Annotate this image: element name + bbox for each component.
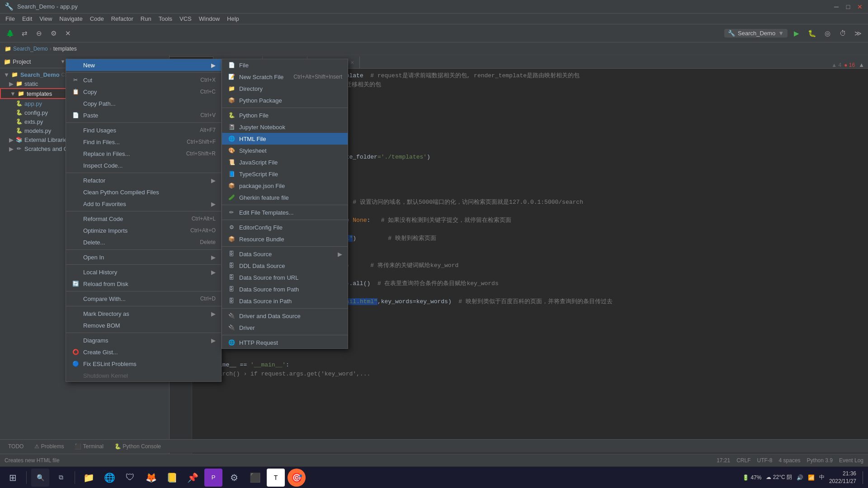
menu-window[interactable]: Window	[195, 14, 223, 23]
new-scratch-file[interactable]: 📝 New Scratch File Ctrl+Alt+Shift+Insert	[222, 71, 348, 83]
menu-vcs[interactable]: VCS	[176, 14, 195, 23]
new-http-request[interactable]: 🌐 HTTP Request	[222, 337, 348, 348]
new-jupyter[interactable]: 📓 Jupyter Notebook	[222, 121, 348, 133]
toolbar-settings-btn[interactable]: ⚙	[47, 27, 60, 40]
profile-button[interactable]: ⏱	[836, 27, 849, 40]
new-js-file[interactable]: 📜 JavaScript File	[222, 156, 348, 168]
statusbar-indent[interactable]: 4 spaces	[779, 457, 801, 464]
coverage-button[interactable]: ◎	[821, 27, 834, 40]
taskbar-lang[interactable]: 中	[819, 474, 825, 481]
menu-refactor[interactable]: Refactor	[108, 14, 137, 23]
start-button[interactable]: ⊞	[4, 469, 22, 487]
new-python-package[interactable]: 📦 Python Package	[222, 94, 348, 106]
toolbar-sync-btn[interactable]: ⇄	[18, 27, 31, 40]
bottom-tab-python-console[interactable]: 🐍 Python Console	[110, 442, 165, 451]
toolbar-close-panel-btn[interactable]: ✕	[61, 27, 74, 40]
toolbar-project-tree-btn[interactable]: 🌲	[4, 27, 16, 40]
run-button[interactable]: ▶	[790, 27, 803, 40]
statusbar-line-col[interactable]: 17:21	[717, 457, 730, 464]
taskbar-app-orange[interactable]: 🎯	[288, 469, 306, 487]
taskbar-search[interactable]: 🔍	[31, 469, 49, 487]
taskbar-app-purple[interactable]: P	[204, 469, 222, 487]
new-edit-templates[interactable]: ✏ Edit File Templates...	[222, 206, 348, 218]
new-ddl-datasource[interactable]: 🗄 DDL Data Source	[222, 260, 348, 272]
scroll-to-top[interactable]: ▲	[859, 61, 864, 68]
new-gherkin[interactable]: 🥒 Gherkin feature file	[222, 192, 348, 203]
context-copy-path[interactable]: Copy Path...	[66, 98, 221, 109]
context-remove-bom[interactable]: Remove BOM	[66, 319, 221, 331]
breadcrumb-project[interactable]: Search_Demo	[13, 46, 48, 52]
taskbar-explorer[interactable]: 📁	[80, 469, 98, 487]
breadcrumb-root[interactable]: 📁	[5, 46, 11, 52]
context-open-in[interactable]: Open In ▶	[66, 251, 221, 263]
minimize-button[interactable]: ─	[833, 3, 840, 10]
menu-edit[interactable]: Edit	[19, 14, 36, 23]
context-inspect-code[interactable]: Inspect Code...	[66, 160, 221, 171]
context-optimize-imports[interactable]: Optimize Imports Ctrl+Alt+O	[66, 225, 221, 236]
context-clean-compiled[interactable]: Clean Python Compiled Files	[66, 186, 221, 198]
new-stylesheet[interactable]: 🎨 Stylesheet	[222, 145, 348, 156]
context-find-usages[interactable]: Find Usages Alt+F7	[66, 124, 221, 136]
statusbar-lang[interactable]: Python 3.9	[807, 457, 833, 464]
menu-run[interactable]: Run	[137, 14, 155, 23]
new-driver[interactable]: 🔌 Driver	[222, 322, 348, 333]
statusbar-line-ending[interactable]: CRLF	[736, 457, 750, 464]
new-packagejson[interactable]: 📦 package.json File	[222, 180, 348, 192]
taskbar-volume[interactable]: 🔊	[797, 474, 803, 481]
bottom-tab-terminal[interactable]: ⬛ Terminal	[70, 442, 108, 451]
more-run-options[interactable]: ≫	[852, 27, 864, 40]
new-ts-file[interactable]: 📘 TypeScript File	[222, 168, 348, 180]
menu-view[interactable]: View	[36, 14, 56, 23]
menu-code[interactable]: Code	[86, 14, 108, 23]
bottom-tab-problems[interactable]: ⚠ Problems	[30, 442, 68, 451]
new-file[interactable]: 📄 File	[222, 59, 348, 71]
taskbar-edge[interactable]: 🌐	[100, 469, 118, 487]
context-reload-disk[interactable]: 🔄 Reload from Disk	[66, 278, 221, 290]
tab-close-modelspy[interactable]: ✕	[350, 60, 354, 65]
taskbar-sticky[interactable]: 📌	[184, 469, 202, 487]
new-datasource-inpath[interactable]: 🗄 Data Source in Path	[222, 295, 348, 307]
new-datasource-url[interactable]: 🗄 Data Source from URL	[222, 272, 348, 283]
context-find-files[interactable]: Find in Files... Ctrl+Shift+F	[66, 136, 221, 148]
menu-file[interactable]: File	[2, 14, 19, 23]
toolbar-collapse-btn[interactable]: ⊖	[33, 27, 45, 40]
taskbar-firefox[interactable]: 🦊	[142, 469, 160, 487]
context-fix-eslint[interactable]: 🔵 Fix ESLint Problems	[66, 358, 221, 370]
new-driver-datasource[interactable]: 🔌 Driver and Data Source	[222, 310, 348, 322]
context-mark-directory[interactable]: Mark Directory as ▶	[66, 308, 221, 319]
context-diagrams[interactable]: Diagrams ▶	[66, 334, 221, 346]
maximize-button[interactable]: □	[844, 3, 852, 10]
context-compare-with[interactable]: Compare With... Ctrl+D	[66, 293, 221, 305]
taskbar-network[interactable]: 📶	[808, 474, 815, 481]
bottom-tab-todo[interactable]: TODO	[4, 442, 28, 451]
context-cut[interactable]: ✂ Cut Ctrl+X	[66, 74, 221, 86]
debug-button[interactable]: 🐛	[806, 27, 818, 40]
taskbar-typora[interactable]: T	[267, 469, 285, 487]
new-html-file[interactable]: 🌐 HTML File	[222, 133, 348, 145]
taskbar-notepad[interactable]: 📒	[163, 469, 181, 487]
menu-navigate[interactable]: Navigate	[56, 14, 86, 23]
taskbar-clock[interactable]: 21:36 2022/11/27	[829, 470, 856, 485]
statusbar-encoding[interactable]: UTF-8	[757, 457, 773, 464]
breadcrumb-templates[interactable]: templates	[53, 46, 77, 52]
new-python-file[interactable]: 🐍 Python File	[222, 109, 348, 121]
statusbar-event-log[interactable]: Event Log	[839, 457, 863, 464]
context-delete[interactable]: Delete... Delete	[66, 236, 221, 248]
taskbar-task-view[interactable]: ⧉	[52, 469, 70, 487]
sidebar-dropdown-icon[interactable]: ▼	[61, 59, 66, 64]
context-local-history[interactable]: Local History ▶	[66, 266, 221, 278]
context-refactor[interactable]: Refactor ▶	[66, 174, 221, 186]
new-editorconfig[interactable]: ⚙ EditorConfig File	[222, 221, 348, 233]
context-reformat[interactable]: Reformat Code Ctrl+Alt+L	[66, 213, 221, 225]
context-paste[interactable]: 📄 Paste Ctrl+V	[66, 109, 221, 121]
menu-help[interactable]: Help	[223, 14, 243, 23]
new-datasource-path[interactable]: 🗄 Data Source from Path	[222, 283, 348, 295]
new-datasource[interactable]: 🗄 Data Source ▶	[222, 248, 348, 260]
taskbar-terminal[interactable]: ⬛	[246, 469, 264, 487]
context-create-gist[interactable]: ⭕ Create Gist...	[66, 346, 221, 358]
context-replace-files[interactable]: Replace in Files... Ctrl+Shift+R	[66, 148, 221, 160]
show-desktop-btn[interactable]	[863, 471, 864, 484]
context-add-favorites[interactable]: Add to Favorites ▶	[66, 198, 221, 210]
new-directory[interactable]: 📁 Directory	[222, 83, 348, 94]
new-resource-bundle[interactable]: 📦 Resource Bundle	[222, 233, 348, 245]
